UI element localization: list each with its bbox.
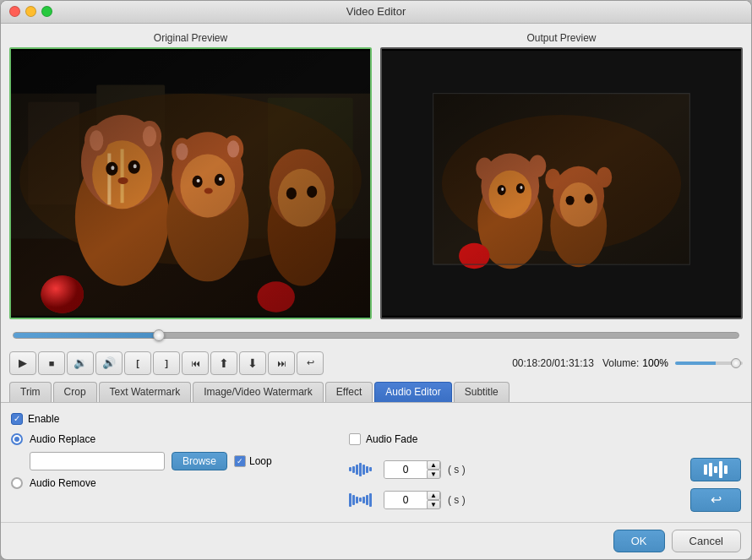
enable-row: ✓ Enable	[11, 413, 741, 425]
left-section: Audio Replace Browse ✓ Loop Au	[11, 433, 332, 512]
original-preview-label: Original Preview	[9, 32, 372, 44]
tab-effect[interactable]: Effect	[325, 382, 373, 402]
audio-replace-row: Audio Replace	[11, 433, 332, 445]
browse-button[interactable]: Browse	[172, 452, 227, 470]
go-end-button[interactable]: ⏭	[268, 351, 295, 375]
title-bar: Video Editor	[1, 1, 751, 24]
svg-rect-41	[11, 51, 370, 316]
audio-remove-radio[interactable]	[11, 477, 23, 489]
tab-audio-editor[interactable]: Audio Editor	[374, 382, 451, 402]
volume-percentage: 100%	[642, 357, 668, 369]
mark-in-button[interactable]: [	[124, 351, 151, 375]
fade-out-down-btn[interactable]: ▼	[427, 500, 440, 509]
file-input[interactable]	[30, 452, 165, 470]
loop-label: Loop	[249, 455, 272, 467]
play-button[interactable]: ▶	[9, 351, 36, 375]
fade-in-up-btn[interactable]: ▲	[427, 460, 440, 470]
fade-in-down-btn[interactable]: ▼	[427, 470, 440, 479]
volume-label: Volume:	[602, 357, 639, 369]
tabs-row: Trim Crop Text Watermark Image/Video Wat…	[1, 378, 751, 403]
audio-fade-header: Audio Fade	[349, 433, 741, 445]
right-section: Audio Fade	[349, 433, 741, 512]
fade-in-unit: ( s )	[448, 464, 466, 476]
bottom-bar: OK Cancel	[1, 522, 751, 559]
original-preview-frame	[9, 47, 372, 319]
fade-in-value[interactable]: 0	[384, 460, 427, 479]
undo-btn-container: ↩	[690, 488, 741, 512]
main-content: Audio Replace Browse ✓ Loop Au	[11, 433, 741, 512]
tab-subtitle[interactable]: Subtitle	[454, 382, 510, 402]
fade-out-spinners: ▲ ▼	[427, 491, 440, 509]
fade-out-icon	[349, 493, 372, 507]
audio-replace-label: Audio Replace	[30, 433, 95, 445]
timeline-thumb[interactable]	[153, 329, 165, 341]
traffic-lights	[9, 6, 52, 17]
back-button[interactable]: ↩	[297, 351, 324, 375]
fade-controls: 0 ▲ ▼ ( s )	[349, 458, 741, 512]
output-preview-panel: Output Preview	[380, 32, 743, 319]
tab-trim[interactable]: Trim	[9, 382, 52, 402]
close-button[interactable]	[9, 6, 20, 17]
action-btns	[690, 458, 741, 481]
tab-image-video-watermark[interactable]: Image/Video Watermark	[193, 382, 324, 402]
timeline-area	[1, 323, 751, 348]
undo-button[interactable]: ↩	[690, 488, 741, 512]
volume-down-button[interactable]: 🔉	[67, 351, 94, 375]
cancel-button[interactable]: Cancel	[672, 530, 741, 552]
fade-out-value[interactable]: 0	[384, 491, 427, 509]
ok-button[interactable]: OK	[613, 530, 665, 552]
fade-in-row: 0 ▲ ▼ ( s )	[349, 458, 741, 481]
controls-area: ▶ ■ 🔉 🔊 [ ] ⏮ ⬆ ⬇ ⏭ ↩ 00:18:20/01:31:13 …	[1, 348, 751, 379]
svg-rect-64	[433, 94, 690, 264]
content-area: ✓ Enable Audio Replace Browse	[1, 403, 751, 522]
loop-row: ✓ Loop	[234, 455, 272, 467]
volume-up-button[interactable]: 🔊	[95, 351, 123, 375]
time-display: 00:18:20/01:31:13	[512, 357, 594, 369]
original-preview-panel: Original Preview	[9, 32, 372, 319]
tab-text-watermark[interactable]: Text Watermark	[99, 382, 192, 402]
output-scene-svg	[382, 49, 741, 318]
enable-label: Enable	[28, 413, 59, 425]
main-window: Video Editor Original Preview	[0, 0, 752, 560]
mark-out-button[interactable]: ]	[153, 351, 180, 375]
trim-down-button[interactable]: ⬇	[239, 351, 266, 375]
audio-remove-label: Audio Remove	[30, 477, 96, 489]
audio-bars-button[interactable]	[690, 458, 741, 481]
enable-checkbox[interactable]: ✓	[11, 413, 23, 425]
loop-checkbox[interactable]: ✓	[234, 455, 246, 467]
preview-area: Original Preview	[1, 24, 751, 323]
audio-fade-label: Audio Fade	[366, 433, 417, 445]
fade-out-row: 0 ▲ ▼ ( s ) ↩	[349, 488, 741, 512]
stop-button[interactable]: ■	[38, 351, 65, 375]
minimize-button[interactable]	[25, 6, 36, 17]
go-start-button[interactable]: ⏮	[182, 351, 209, 375]
trim-up-button[interactable]: ⬆	[210, 351, 237, 375]
radio-group: Audio Replace Browse ✓ Loop Au	[11, 433, 332, 489]
fade-out-up-btn[interactable]: ▲	[427, 491, 440, 500]
volume-slider[interactable]	[675, 362, 743, 365]
file-input-row: Browse ✓ Loop	[30, 452, 332, 470]
audio-remove-row: Audio Remove	[11, 477, 332, 489]
tab-crop[interactable]: Crop	[53, 382, 97, 402]
original-scene-svg	[11, 49, 370, 318]
output-preview-frame	[380, 47, 743, 319]
fade-in-icon	[349, 463, 372, 476]
maximize-button[interactable]	[41, 6, 52, 17]
audio-fade-checkbox[interactable]	[349, 433, 361, 445]
output-preview-label: Output Preview	[380, 32, 743, 44]
audio-replace-radio[interactable]	[11, 433, 23, 445]
fade-in-spinners: ▲ ▼	[427, 460, 440, 479]
window-title: Video Editor	[346, 5, 406, 18]
fade-out-unit: ( s )	[448, 494, 466, 506]
